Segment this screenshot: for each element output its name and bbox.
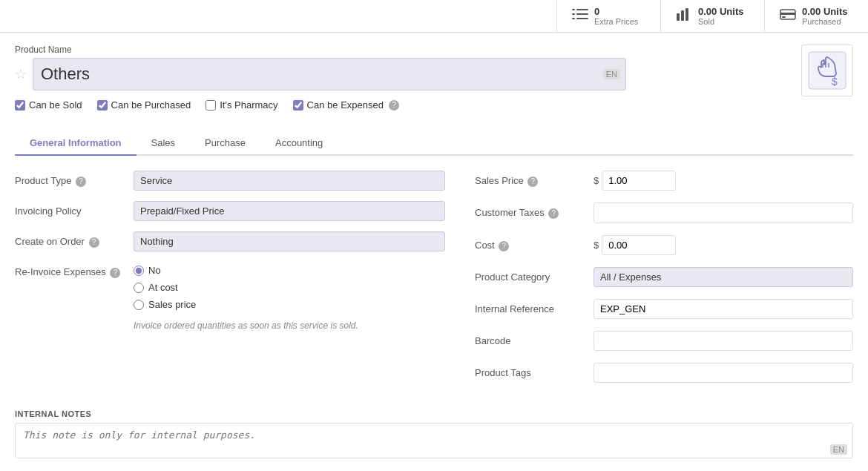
- units-sold-label: Sold: [698, 17, 743, 26]
- reinvoice-sales-price-option[interactable]: Sales price: [134, 299, 445, 310]
- cost-label: Cost ?: [475, 235, 594, 251]
- tab-sales[interactable]: Sales: [137, 131, 191, 156]
- form-right: Sales Price ? $ Customer Taxes ?: [475, 171, 853, 395]
- can-be-expensed-checkbox[interactable]: Can be Expensed ?: [293, 99, 399, 111]
- barcode-field: [594, 331, 853, 351]
- sales-price-currency: $: [594, 175, 599, 186]
- reinvoice-at-cost-radio[interactable]: [134, 283, 144, 293]
- product-name-section: Product Name ☆ EN: [15, 45, 801, 90]
- customer-taxes-row: Customer Taxes ?: [475, 202, 853, 223]
- extra-prices-label: Extra Prices: [594, 17, 638, 26]
- reinvoice-label: Re-Invoice Expenses ?: [15, 262, 134, 278]
- can-be-purchased-input[interactable]: [97, 100, 108, 111]
- units-sold-value: 0.00 Units: [698, 6, 743, 17]
- product-type-field: Service Consumable Storable Product: [134, 171, 445, 191]
- svg-text:$: $: [832, 76, 838, 88]
- checkboxes-row: Can be Sold Can be Purchased It's Pharma…: [15, 99, 801, 111]
- favorite-star-icon[interactable]: ☆: [15, 66, 27, 82]
- invoicing-policy-select[interactable]: Prepaid/Fixed Price Based on Milestones …: [134, 201, 445, 221]
- bar-chart-icon: [676, 7, 692, 24]
- svg-rect-0: [572, 9, 575, 10]
- its-pharmacy-input[interactable]: [206, 100, 216, 111]
- svg-rect-1: [572, 13, 575, 15]
- sales-price-field: $: [594, 171, 853, 191]
- reinvoice-sales-price-radio[interactable]: [134, 300, 144, 310]
- reinvoice-sales-price-label: Sales price: [148, 299, 196, 310]
- list-icon: [572, 7, 588, 24]
- name-image-left: Product Name ☆ EN Can be Sold Can: [15, 45, 801, 122]
- internal-reference-field: [594, 299, 853, 319]
- internal-notes-section: INTERNAL NOTES EN: [15, 409, 853, 461]
- sales-price-wrap: $: [594, 171, 853, 191]
- product-name-input[interactable]: [33, 58, 626, 90]
- create-on-order-field: Nothing Task Project: [134, 231, 445, 251]
- product-name-label: Product Name: [15, 45, 801, 55]
- reinvoice-no-option[interactable]: No: [134, 265, 445, 276]
- units-purchased-text: 0.00 Units Purchased: [802, 6, 847, 26]
- barcode-row: Barcode: [475, 331, 853, 351]
- reinvoice-help-icon: ?: [110, 268, 120, 278]
- units-purchased-button[interactable]: 0.00 Units Purchased: [764, 0, 868, 32]
- tab-purchase[interactable]: Purchase: [190, 131, 260, 156]
- product-category-input[interactable]: [594, 267, 853, 287]
- sales-price-row: Sales Price ? $: [475, 171, 853, 191]
- product-category-label: Product Category: [475, 267, 594, 283]
- tab-general-information[interactable]: General Information: [15, 131, 137, 156]
- internal-notes-textarea[interactable]: [15, 423, 853, 458]
- barcode-input[interactable]: [594, 331, 853, 351]
- product-name-input-wrap: EN: [33, 58, 626, 90]
- name-image-row: Product Name ☆ EN Can be Sold Can: [15, 45, 853, 122]
- units-purchased-value: 0.00 Units: [802, 6, 847, 17]
- sales-price-input[interactable]: [602, 171, 676, 191]
- customer-taxes-help-icon: ?: [548, 208, 559, 219]
- sales-price-label: Sales Price ?: [475, 171, 594, 187]
- invoicing-policy-field: Prepaid/Fixed Price Based on Milestones …: [134, 201, 445, 221]
- reinvoice-at-cost-option[interactable]: At cost: [134, 282, 445, 293]
- internal-reference-label: Internal Reference: [475, 299, 594, 314]
- svg-rect-4: [576, 13, 588, 15]
- card-icon: [780, 7, 796, 24]
- product-tags-row: Product Tags: [475, 363, 853, 383]
- can-be-expensed-input[interactable]: [293, 100, 303, 111]
- extra-prices-button[interactable]: 0 Extra Prices: [556, 0, 660, 32]
- product-image[interactable]: $: [801, 45, 853, 96]
- its-pharmacy-label: It's Pharmacy: [220, 99, 277, 111]
- reinvoice-no-radio[interactable]: [134, 266, 144, 276]
- notes-en-badge: EN: [830, 444, 847, 455]
- can-be-sold-checkbox[interactable]: Can be Sold: [15, 99, 82, 111]
- cost-wrap: $: [594, 235, 853, 255]
- svg-rect-3: [576, 9, 588, 10]
- units-sold-button[interactable]: 0.00 Units Sold: [660, 0, 764, 32]
- internal-notes-label: INTERNAL NOTES: [15, 409, 853, 418]
- reinvoice-no-label: No: [148, 265, 161, 276]
- svg-rect-7: [681, 10, 684, 21]
- sales-price-help-icon: ?: [527, 177, 538, 187]
- product-tags-input[interactable]: [594, 363, 853, 383]
- invoicing-policy-label: Invoicing Policy: [15, 201, 134, 217]
- customer-taxes-field: [594, 202, 853, 223]
- product-name-en-badge: EN: [603, 69, 620, 79]
- cost-input[interactable]: [602, 235, 676, 255]
- create-on-order-row: Create on Order ? Nothing Task Project: [15, 231, 445, 251]
- cost-row: Cost ? $: [475, 235, 853, 255]
- invoice-note: Invoice ordered quantities as soon as th…: [15, 320, 445, 331]
- create-on-order-select[interactable]: Nothing Task Project: [134, 231, 445, 251]
- can-be-purchased-checkbox[interactable]: Can be Purchased: [97, 99, 191, 111]
- extra-prices-count: 0: [594, 6, 638, 17]
- product-type-row: Product Type ? Service Consumable Storab…: [15, 171, 445, 191]
- units-sold-text: 0.00 Units Sold: [698, 6, 743, 26]
- can-be-sold-input[interactable]: [15, 100, 25, 111]
- svg-rect-11: [782, 16, 786, 18]
- internal-reference-input[interactable]: [594, 299, 853, 319]
- product-category-row: Product Category: [475, 267, 853, 287]
- cost-field: $: [594, 235, 853, 255]
- extra-prices-text: 0 Extra Prices: [594, 6, 638, 26]
- its-pharmacy-checkbox[interactable]: It's Pharmacy: [206, 99, 277, 111]
- cost-help-icon: ?: [499, 241, 509, 251]
- customer-taxes-input[interactable]: [594, 202, 853, 223]
- svg-rect-5: [576, 18, 588, 19]
- tab-accounting[interactable]: Accounting: [260, 131, 338, 156]
- svg-rect-10: [780, 13, 795, 15]
- product-type-select[interactable]: Service Consumable Storable Product: [134, 171, 445, 191]
- invoicing-policy-row: Invoicing Policy Prepaid/Fixed Price Bas…: [15, 201, 445, 221]
